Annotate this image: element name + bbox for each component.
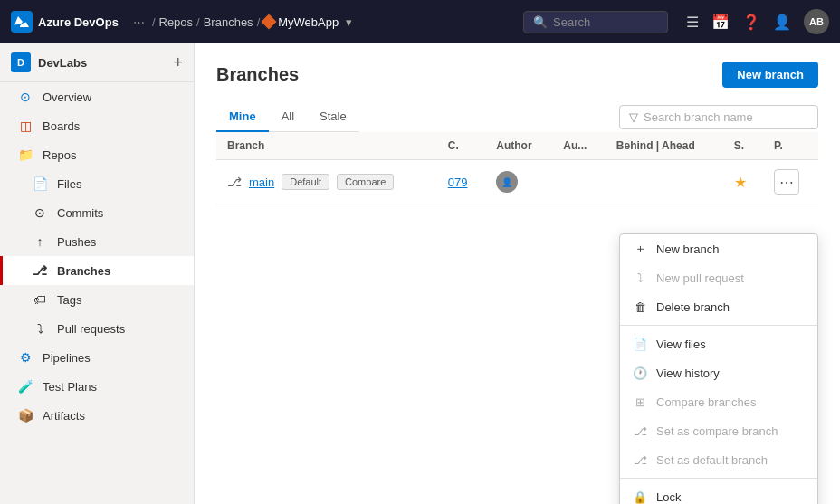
view-history-icon: 🕐 <box>633 366 647 380</box>
app-layout: D DevLabs + ⊙ Overview ◫ Boards 📁 Repos … <box>0 43 840 504</box>
menu-item-delete-branch[interactable]: 🗑 Delete branch <box>620 292 817 321</box>
menu-item-set-compare-branch: ⎇ Set as compare branch <box>620 416 817 445</box>
new-branch-button[interactable]: New branch <box>722 62 818 88</box>
person-icon[interactable]: 👤 <box>773 14 791 31</box>
author-avatar: 👤 <box>496 171 518 193</box>
project-diamond-icon <box>262 14 277 30</box>
menu-item-compare-branches: ⊞ Compare branches <box>620 387 817 416</box>
sidebar-item-overview[interactable]: ⊙ Overview <box>0 82 194 111</box>
branch-search-input[interactable] <box>644 110 808 124</box>
breadcrumb-sep2: / <box>196 15 200 29</box>
menu-item-view-history[interactable]: 🕐 View history <box>620 358 817 387</box>
breadcrumb-project[interactable]: MyWebApp ▾ <box>263 15 352 29</box>
menu-item-lock-label: Lock <box>656 490 681 504</box>
commit-count-link[interactable]: 079 <box>448 176 468 189</box>
set-default-icon: ⎇ <box>633 452 647 467</box>
tab-all[interactable]: All <box>269 102 307 132</box>
help-icon[interactable]: ❓ <box>742 14 760 31</box>
sidebar-org[interactable]: D DevLabs <box>11 52 87 72</box>
tags-icon: 🏷 <box>32 291 48 308</box>
logo-icon <box>11 11 33 33</box>
branch-row-icon: ⎇ <box>227 175 242 189</box>
sidebar-item-pushes[interactable]: ↑ Pushes <box>0 227 194 256</box>
sidebar-item-label-pushes: Pushes <box>57 235 96 249</box>
set-compare-icon: ⎇ <box>633 423 647 438</box>
sidebar-item-repos[interactable]: 📁 Repos <box>0 140 194 169</box>
sidebar-item-pull-requests[interactable]: ⤵ Pull requests <box>0 314 194 343</box>
logo-text: Azure DevOps <box>38 15 119 29</box>
topbar-icons: ☰ 📅 ❓ 👤 AB <box>686 9 829 34</box>
sidebar-item-label-test-plans: Test Plans <box>43 380 97 394</box>
sidebar-item-label-files: Files <box>57 177 81 191</box>
breadcrumb-dots[interactable]: ⋯ <box>133 15 145 29</box>
sidebar-add-icon[interactable]: + <box>173 53 183 72</box>
sidebar-item-boards[interactable]: ◫ Boards <box>0 111 194 140</box>
branch-table: Branch C. Author Au... Behind | Ahead S.… <box>216 132 818 204</box>
page-header: Branches New branch <box>216 62 818 88</box>
sidebar-item-label-artifacts: Artifacts <box>43 409 85 423</box>
new-branch-menu-icon: ＋ <box>633 242 647 256</box>
col-c: C. <box>437 132 485 160</box>
breadcrumb-sep3: / <box>257 15 261 29</box>
branch-search[interactable]: ▽ <box>619 105 818 129</box>
sidebar-item-commits[interactable]: ⊙ Commits <box>0 198 194 227</box>
commit-count-cell: 079 <box>437 160 485 204</box>
sidebar-item-label-repos: Repos <box>43 148 77 162</box>
pushes-icon: ↑ <box>32 233 48 250</box>
breadcrumb-chevron-icon: ▾ <box>346 15 352 29</box>
col-p: P. <box>763 132 818 160</box>
app-logo[interactable]: Azure DevOps <box>11 11 119 33</box>
files-icon: 📄 <box>32 176 48 192</box>
sidebar-item-label-tags: Tags <box>57 293 81 307</box>
topbar: Azure DevOps ⋯ / Repos / Branches / MyWe… <box>0 0 840 43</box>
sidebar-item-branches[interactable]: ⎇ Branches <box>0 256 194 285</box>
sidebar-item-artifacts[interactable]: 📦 Artifacts <box>0 401 194 430</box>
menu-item-view-files[interactable]: 📄 View files <box>620 329 817 358</box>
sidebar-item-label-pull-requests: Pull requests <box>57 322 125 336</box>
menu-item-view-files-label: View files <box>656 338 706 351</box>
delete-branch-icon: 🗑 <box>633 300 647 314</box>
breadcrumb-branches[interactable]: Branches <box>204 15 253 29</box>
overview-icon: ⊙ <box>17 89 33 105</box>
tab-mine[interactable]: Mine <box>216 102 269 132</box>
menu-separator-2 <box>620 478 817 479</box>
list-view-icon[interactable]: ☰ <box>686 14 699 31</box>
menu-item-new-branch[interactable]: ＋ New branch <box>620 234 817 263</box>
search-input[interactable] <box>553 15 658 29</box>
menu-item-set-compare-label: Set as compare branch <box>656 424 778 438</box>
menu-item-compare-label: Compare branches <box>656 395 757 409</box>
breadcrumb: ⋯ / Repos / Branches / MyWebApp ▾ <box>133 15 352 29</box>
menu-item-new-branch-label: New branch <box>656 242 719 256</box>
menu-item-set-default-label: Set as default branch <box>656 453 768 467</box>
star-icon[interactable]: ★ <box>734 175 747 190</box>
au-cell <box>552 160 606 204</box>
branch-name-cell: ⎇ main Default Compare <box>216 160 437 204</box>
calendar-icon[interactable]: 📅 <box>711 14 730 31</box>
branch-name-link[interactable]: main <box>249 176 274 189</box>
badge-compare[interactable]: Compare <box>337 174 394 190</box>
sidebar-item-label-overview: Overview <box>43 90 91 104</box>
menu-separator-1 <box>620 325 817 326</box>
org-initial: D <box>17 57 24 68</box>
sidebar: D DevLabs + ⊙ Overview ◫ Boards 📁 Repos … <box>0 43 195 504</box>
compare-branches-icon: ⊞ <box>633 395 647 409</box>
branches-icon: ⎇ <box>32 262 48 279</box>
breadcrumb-repos[interactable]: Repos <box>159 15 194 29</box>
search-bar[interactable]: 🔍 <box>523 11 668 33</box>
lock-icon: 🔒 <box>633 490 647 504</box>
menu-item-view-history-label: View history <box>656 366 720 380</box>
breadcrumb-sep: / <box>152 15 156 29</box>
sidebar-item-pipelines[interactable]: ⚙ Pipelines <box>0 343 194 372</box>
sidebar-item-files[interactable]: 📄 Files <box>0 169 194 198</box>
tab-stale[interactable]: Stale <box>307 102 359 132</box>
sidebar-item-tags[interactable]: 🏷 Tags <box>0 285 194 314</box>
table-header-row: Branch C. Author Au... Behind | Ahead S.… <box>216 132 818 160</box>
avatar[interactable]: AB <box>804 9 829 34</box>
test-plans-icon: 🧪 <box>17 378 33 395</box>
branch-actions-button[interactable]: ⋯ <box>774 169 799 195</box>
menu-item-lock[interactable]: 🔒 Lock <box>620 482 817 504</box>
branch-tabs: Mine All Stale <box>216 102 359 132</box>
filter-icon: ▽ <box>629 110 638 124</box>
org-icon: D <box>11 52 31 72</box>
sidebar-item-test-plans[interactable]: 🧪 Test Plans <box>0 372 194 401</box>
